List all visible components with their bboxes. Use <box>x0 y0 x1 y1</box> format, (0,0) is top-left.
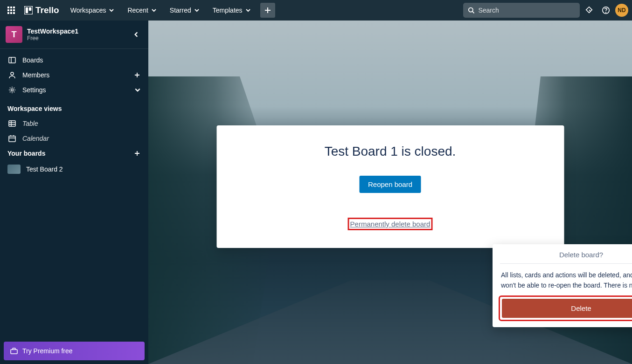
plus-icon <box>264 7 271 14</box>
svg-rect-6 <box>7 12 9 14</box>
apps-switcher-icon[interactable] <box>4 3 19 18</box>
nav-starred[interactable]: Starred <box>164 4 205 17</box>
sidebar-item-boards[interactable]: Boards <box>0 53 148 68</box>
workspace-plan: Free <box>27 35 125 41</box>
nav-templates[interactable]: Templates <box>207 4 257 17</box>
settings-expand[interactable] <box>134 87 141 93</box>
calendar-icon <box>7 135 17 142</box>
search-input[interactable] <box>478 7 575 14</box>
svg-rect-2 <box>13 7 15 8</box>
add-member-button[interactable] <box>133 71 141 79</box>
sidebar-view-calendar[interactable]: Calendar <box>0 131 148 146</box>
gear-icon <box>7 86 17 94</box>
plus-icon <box>133 150 141 157</box>
svg-rect-23 <box>9 136 15 142</box>
search-box[interactable] <box>463 3 580 18</box>
permanently-delete-link[interactable]: Permanently delete board <box>350 220 431 228</box>
user-avatar[interactable]: ND <box>615 4 628 17</box>
members-icon <box>7 71 17 79</box>
svg-point-18 <box>11 89 14 91</box>
try-premium-button[interactable]: Try Premium free <box>4 342 145 360</box>
svg-rect-3 <box>7 9 9 11</box>
sidebar-item-members[interactable]: Members <box>0 68 148 82</box>
svg-rect-7 <box>10 12 12 14</box>
dialog-title: Test Board 1 is closed. <box>230 144 550 159</box>
delete-board-popover: Delete board? All lists, cards and actio… <box>493 244 632 327</box>
board-background: Test Board 1 is closed. Reopen board Per… <box>148 21 632 364</box>
sidebar-view-table[interactable]: Table <box>0 116 148 131</box>
popover-title: Delete board? <box>559 251 603 259</box>
sidebar-board-item[interactable]: Test Board 2 <box>0 161 148 178</box>
help-icon[interactable] <box>598 3 613 18</box>
table-icon <box>7 120 17 127</box>
search-icon <box>468 7 474 14</box>
plus-icon <box>133 71 141 79</box>
svg-rect-11 <box>29 7 31 11</box>
your-boards-heading: Your boards <box>0 146 148 161</box>
chevron-down-icon <box>194 7 200 13</box>
workspace-views-heading: Workspace views <box>0 101 148 116</box>
closed-board-dialog: Test Board 1 is closed. Reopen board Per… <box>216 125 564 248</box>
brand-text: Trello <box>35 5 59 15</box>
create-button[interactable] <box>260 3 275 18</box>
svg-point-17 <box>11 72 14 75</box>
svg-point-14 <box>606 12 606 13</box>
confirm-delete-button[interactable]: Delete <box>502 299 632 318</box>
svg-rect-10 <box>26 7 28 14</box>
svg-rect-0 <box>7 7 9 8</box>
chevron-left-icon <box>133 31 139 38</box>
svg-rect-19 <box>9 121 15 126</box>
board-icon <box>7 56 17 64</box>
svg-rect-1 <box>10 7 12 8</box>
app-header: Trello Workspaces Recent Starred Templat… <box>0 0 632 21</box>
nav-workspaces[interactable]: Workspaces <box>65 4 120 17</box>
svg-rect-4 <box>10 9 12 11</box>
chevron-down-icon <box>245 7 251 13</box>
trello-logo[interactable]: Trello <box>21 5 63 15</box>
sidebar-item-settings[interactable]: Settings <box>0 82 148 97</box>
svg-rect-8 <box>13 12 15 14</box>
reopen-board-button[interactable]: Reopen board <box>360 176 421 193</box>
chevron-down-icon <box>151 7 157 13</box>
add-board-button[interactable] <box>133 150 141 157</box>
workspace-avatar: T <box>6 26 22 43</box>
nav-recent[interactable]: Recent <box>122 4 162 17</box>
chevron-down-icon <box>109 7 114 13</box>
svg-rect-5 <box>13 9 15 11</box>
svg-rect-15 <box>9 57 15 63</box>
svg-point-12 <box>469 8 473 12</box>
sidebar-collapse-button[interactable] <box>130 28 143 41</box>
svg-rect-27 <box>11 350 17 354</box>
notifications-icon[interactable] <box>582 3 597 18</box>
briefcase-icon <box>10 347 18 355</box>
workspace-header: T TestWorkspace1 Free <box>0 21 148 49</box>
workspace-name: TestWorkspace1 <box>27 27 125 35</box>
popover-body: All lists, cards and actions will be del… <box>500 264 632 297</box>
chevron-down-icon <box>134 87 141 93</box>
sidebar: T TestWorkspace1 Free Boards Members Set… <box>0 21 148 364</box>
board-thumbnail <box>7 165 21 174</box>
